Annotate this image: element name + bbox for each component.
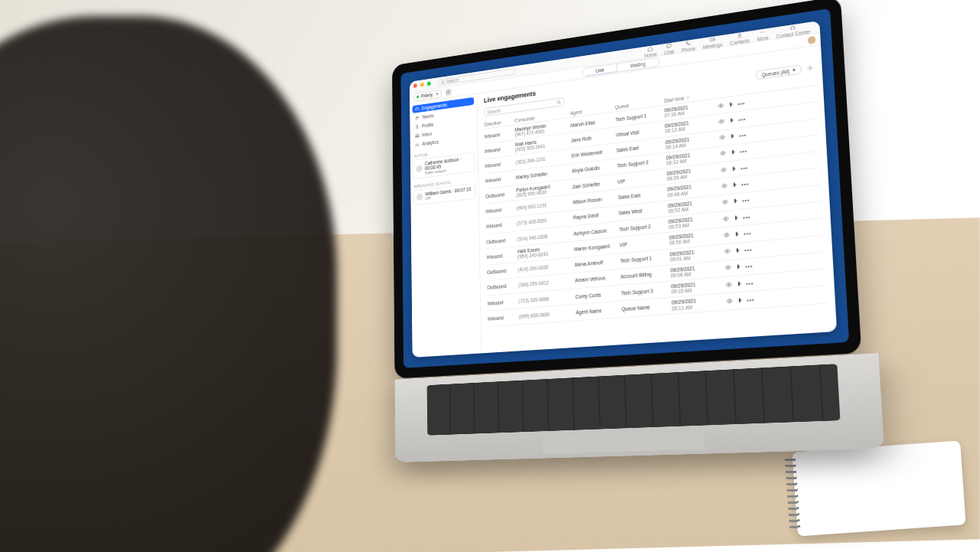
join-button[interactable] — [733, 230, 740, 238]
view-button[interactable] — [723, 215, 729, 223]
cell-direction: Inbound — [487, 252, 515, 260]
cell-agent: Maren Korsgaard — [574, 243, 617, 252]
tab-more[interactable]: More — [756, 28, 769, 42]
join-button[interactable] — [733, 214, 739, 222]
row-more-button[interactable]: ••• — [738, 116, 746, 122]
row-more-button[interactable]: ••• — [745, 263, 753, 269]
view-button[interactable] — [721, 182, 727, 190]
join-button[interactable] — [732, 198, 738, 205]
view-button[interactable] — [719, 134, 725, 142]
row-more-button[interactable]: ••• — [746, 297, 754, 303]
join-button[interactable] — [730, 165, 737, 173]
join-button[interactable] — [735, 263, 742, 271]
eye-icon — [722, 199, 728, 206]
cell-consumer: Marley Schleifer — [516, 169, 570, 181]
cell-queue: Tech Support 3 — [617, 158, 664, 169]
join-icon — [732, 198, 738, 204]
svg-point-17 — [809, 67, 811, 69]
row-more-button[interactable]: ••• — [742, 198, 750, 204]
cell-start: 09/29/202109:11 AM — [671, 297, 714, 311]
user-avatar[interactable] — [808, 35, 816, 44]
join-button[interactable] — [728, 117, 734, 125]
queue-filter-label: Queues (All) — [761, 68, 789, 77]
view-button[interactable] — [718, 102, 724, 109]
join-icon — [730, 149, 736, 156]
contacts-icon — [737, 32, 743, 39]
eye-icon — [727, 298, 733, 305]
maximize-icon[interactable] — [426, 81, 430, 86]
row-actions: ••• — [714, 230, 752, 240]
join-button[interactable] — [729, 133, 735, 141]
svg-line-1 — [443, 83, 444, 84]
queue-filter-select[interactable]: Queues (All) ▾ — [756, 64, 802, 80]
table-search-placeholder: Search — [487, 108, 501, 115]
cell-start: 09/29/202109:08 AM — [671, 264, 714, 279]
join-icon — [733, 214, 739, 221]
layout-toggle-button[interactable] — [446, 88, 452, 96]
row-actions: ••• — [709, 116, 746, 127]
join-button[interactable] — [736, 280, 743, 288]
join-icon — [730, 165, 737, 172]
cell-agent: Abyla Gokidis — [572, 164, 614, 174]
view-button[interactable] — [720, 150, 726, 158]
table-settings-button[interactable] — [806, 64, 815, 71]
cell-start: 09/29/202108:39 AM — [667, 166, 709, 181]
eye-icon — [718, 118, 724, 125]
cell-direction: Inbound — [485, 145, 512, 154]
view-button[interactable] — [724, 231, 730, 239]
cell-start: 09/29/202108:48 AM — [667, 182, 709, 198]
row-more-button[interactable]: ••• — [744, 247, 752, 253]
join-button[interactable] — [731, 181, 737, 189]
join-icon — [736, 280, 742, 287]
row-more-button[interactable]: ••• — [739, 132, 746, 139]
view-button[interactable] — [722, 199, 728, 207]
cell-direction: Inbound — [488, 314, 516, 321]
cell-direction: Outbound — [486, 237, 514, 244]
row-actions: ••• — [709, 100, 746, 111]
window-controls[interactable] — [413, 81, 433, 89]
join-icon — [728, 117, 734, 124]
view-button[interactable] — [718, 118, 724, 126]
svg-point-12 — [416, 116, 416, 118]
join-button[interactable] — [737, 297, 743, 305]
grid-icon — [446, 90, 451, 95]
cell-start: 09/29/202109:10 AM — [671, 280, 714, 295]
svg-point-15 — [557, 100, 560, 103]
svg-rect-11 — [449, 92, 450, 93]
join-icon — [731, 181, 737, 188]
view-button[interactable] — [720, 166, 727, 174]
cell-consumer: (723) 326-8886 — [518, 294, 573, 303]
view-button[interactable] — [727, 298, 733, 305]
cell-consumer: (904) 603-1191 — [517, 200, 570, 211]
view-button[interactable] — [724, 248, 730, 256]
svg-rect-8 — [447, 90, 449, 92]
close-icon[interactable] — [413, 83, 417, 88]
row-more-button[interactable]: ••• — [741, 181, 749, 187]
join-button[interactable] — [727, 101, 733, 109]
headset-icon — [415, 106, 420, 112]
cell-direction: Inbound — [485, 160, 513, 168]
svg-point-28 — [727, 267, 729, 269]
row-more-button[interactable]: ••• — [737, 100, 745, 106]
tab-chat[interactable]: Chat — [664, 42, 675, 55]
svg-rect-10 — [447, 93, 449, 94]
row-more-button[interactable]: ••• — [743, 230, 751, 237]
cell-consumer: Helli Ezerin(954) 240-8243 — [518, 244, 571, 260]
row-more-button[interactable]: ••• — [746, 280, 753, 286]
join-button[interactable] — [734, 247, 741, 255]
view-button[interactable] — [725, 264, 731, 272]
svg-point-25 — [725, 217, 727, 219]
row-more-button[interactable]: ••• — [740, 149, 747, 155]
cell-queue: Tech Support 1 — [620, 254, 667, 263]
eye-icon — [720, 166, 727, 173]
svg-point-29 — [728, 283, 730, 285]
row-more-button[interactable]: ••• — [743, 214, 750, 220]
svg-point-22 — [723, 169, 724, 171]
row-more-button[interactable]: ••• — [740, 165, 748, 171]
cell-agent: Alena Aminoff — [574, 259, 617, 268]
join-button[interactable] — [730, 149, 736, 157]
cell-queue: VIP — [617, 174, 664, 184]
view-button[interactable] — [726, 281, 732, 289]
svg-point-24 — [724, 201, 726, 203]
minimize-icon[interactable] — [420, 83, 424, 87]
